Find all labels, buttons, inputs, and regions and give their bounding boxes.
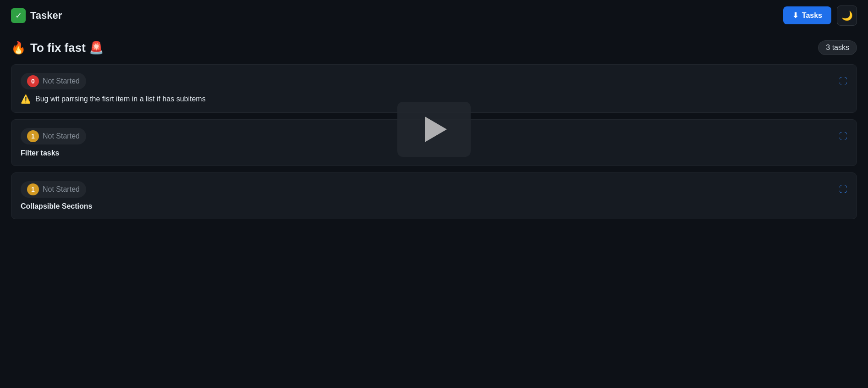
app-title: Tasker (30, 10, 62, 22)
moon-icon: 🌙 (841, 10, 853, 21)
header-right: ⬇ Tasks 🌙 (783, 6, 857, 26)
tasks-button-label: Tasks (802, 11, 822, 20)
header-left: ✓ Tasker (11, 8, 62, 23)
section-header: 🔥 To fix fast 🚨 3 tasks (11, 40, 857, 55)
status-number-0: 0 (27, 75, 39, 87)
task-status-0: 0 Not Started (21, 73, 86, 89)
edit-icon-2[interactable]: ⛶ (839, 185, 847, 194)
task-title-text-2: Collapsible Sections (21, 202, 92, 210)
section-title-text: To fix fast 🚨 (30, 41, 104, 55)
status-badge-1: 1 Not Started (21, 128, 86, 144)
play-button-icon (425, 116, 447, 142)
task-status-1: 1 Not Started (21, 128, 86, 144)
logo-checkmark: ✓ (15, 11, 22, 21)
status-badge-0: 0 Not Started (21, 73, 86, 89)
status-number-1: 1 (27, 130, 39, 142)
fire-icon: 🔥 (11, 41, 26, 55)
status-badge-2: 1 Not Started (21, 181, 86, 198)
warning-icon-0: ⚠️ (21, 94, 31, 104)
task-title-text-1: Filter tasks (21, 149, 59, 157)
section-title: 🔥 To fix fast 🚨 (11, 41, 104, 55)
status-label-2: Not Started (43, 185, 80, 194)
app-header: ✓ Tasker ⬇ Tasks 🌙 (0, 0, 868, 31)
status-label-1: Not Started (43, 132, 80, 140)
tasks-count-badge: 3 tasks (818, 40, 857, 55)
edit-icon-0[interactable]: ⛶ (839, 77, 847, 86)
logo-icon: ✓ (11, 8, 26, 23)
task-card-2-header: 1 Not Started ⛶ (21, 181, 847, 198)
task-card-2: 1 Not Started ⛶ Collapsible Sections (11, 172, 857, 219)
status-number-2: 1 (27, 183, 39, 195)
task-status-2: 1 Not Started (21, 181, 86, 198)
video-overlay[interactable] (397, 102, 471, 157)
task-card-0-header: 0 Not Started ⛶ (21, 73, 847, 89)
main-content: 🔥 To fix fast 🚨 3 tasks 0 Not Started ⛶ … (0, 31, 868, 235)
tasks-button-icon: ⬇ (792, 11, 798, 20)
status-label-0: Not Started (43, 77, 80, 85)
edit-icon-1[interactable]: ⛶ (839, 132, 847, 141)
task-title-2: Collapsible Sections (21, 202, 847, 211)
task-cards-wrapper: 0 Not Started ⛶ ⚠️ Bug wit parrsing the … (11, 64, 857, 219)
task-desc-text-0: Bug wit parrsing the fisrt item in a lis… (35, 95, 206, 103)
tasks-button[interactable]: ⬇ Tasks (783, 6, 831, 24)
theme-toggle-button[interactable]: 🌙 (837, 6, 857, 26)
